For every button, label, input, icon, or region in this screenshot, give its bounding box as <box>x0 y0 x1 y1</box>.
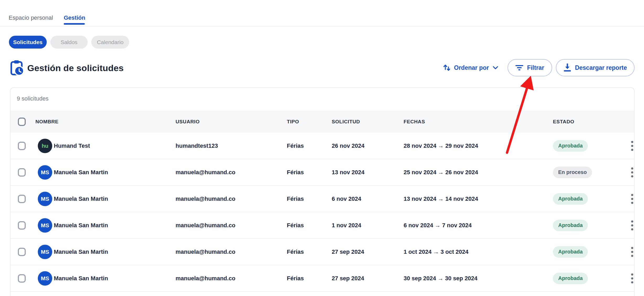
sort-by-dropdown[interactable]: Ordenar por <box>443 59 499 76</box>
download-report-button[interactable]: Descargar reporte <box>556 59 635 76</box>
page-title: Gestión de solicitudes <box>27 63 124 73</box>
table-row: MS Manuela San Martin manuela@humand.co … <box>10 265 634 292</box>
table-body: hu Humand Test humandtest123 Férias 26 n… <box>10 133 634 292</box>
avatar: MS <box>38 271 52 286</box>
tabs-divider <box>0 26 644 27</box>
cell-user: manuela@humand.co <box>176 222 235 229</box>
pill-solicitudes[interactable]: Solicitudes <box>9 36 47 49</box>
kebab-menu-icon[interactable] <box>629 193 636 205</box>
row-checkbox[interactable] <box>18 142 26 150</box>
status-badge: Aprobada <box>553 193 588 205</box>
cell-name: Manuela San Martin <box>54 169 108 176</box>
col-header-fechas: FECHAS <box>404 119 425 125</box>
active-tab-indicator <box>64 23 85 25</box>
cell-fechas: 25 nov 2024 → 26 nov 2024 <box>404 169 478 176</box>
filter-button[interactable]: Filtrar <box>508 59 552 76</box>
download-report-label: Descargar reporte <box>575 64 627 71</box>
cell-user: manuela@humand.co <box>176 195 235 202</box>
cell-user: manuela@humand.co <box>176 275 235 282</box>
status-badge: Aprobada <box>553 246 588 258</box>
cell-user: humandtest123 <box>176 142 218 149</box>
col-header-usuario: USUARIO <box>176 119 200 125</box>
table-row: MS Manuela San Martin manuela@humand.co … <box>10 212 634 239</box>
avatar: MS <box>38 218 52 232</box>
cell-solicitud: 1 nov 2024 <box>332 222 361 229</box>
col-header-estado: ESTADO <box>553 119 574 125</box>
table-header-row: NOMBRE USUARIO TIPO SOLICITUD FECHAS EST… <box>10 110 634 133</box>
avatar: hu <box>38 139 52 153</box>
row-checkbox[interactable] <box>18 221 26 230</box>
requests-card: 9 solicitudes NOMBRE USUARIO TIPO SOLICI… <box>10 87 635 296</box>
cell-name: Humand Test <box>54 142 90 149</box>
cell-user: manuela@humand.co <box>176 249 235 255</box>
tab-gestion[interactable]: Gestión <box>64 14 85 21</box>
avatar: MS <box>38 165 52 179</box>
avatar: MS <box>38 192 52 206</box>
col-header-nombre: NOMBRE <box>35 119 59 125</box>
cell-solicitud: 6 nov 2024 <box>332 195 361 202</box>
status-badge: Aprobada <box>553 273 588 284</box>
cell-fechas: 13 nov 2024 → 14 nov 2024 <box>404 195 478 202</box>
row-checkbox[interactable] <box>18 195 26 203</box>
table-row: MS Manuela San Martin manuela@humand.co … <box>10 186 634 212</box>
status-badge: Aprobada <box>553 220 588 231</box>
avatar: MS <box>38 245 52 259</box>
table-row: MS Manuela San Martin manuela@humand.co … <box>10 239 634 265</box>
filter-button-label: Filtrar <box>527 64 544 71</box>
request-count: 9 solicitudes <box>17 95 49 102</box>
cell-fechas: 28 nov 2024 → 29 nov 2024 <box>404 142 478 149</box>
col-header-tipo: TIPO <box>287 119 299 125</box>
row-checkbox[interactable] <box>18 168 26 177</box>
kebab-menu-icon[interactable] <box>629 273 636 284</box>
tab-espacio-personal[interactable]: Espacio personal <box>9 14 53 21</box>
select-all-checkbox[interactable] <box>18 118 26 126</box>
download-icon <box>563 64 571 72</box>
clipboard-clock-icon <box>10 60 24 76</box>
cell-tipo: Férias <box>287 222 304 229</box>
cell-solicitud: 27 sep 2024 <box>332 249 364 255</box>
cell-tipo: Férias <box>287 169 304 176</box>
row-checkbox[interactable] <box>18 274 26 283</box>
status-badge: Aprobada <box>553 140 588 152</box>
chevron-down-icon <box>492 64 499 71</box>
sort-arrows-icon <box>443 63 451 72</box>
cell-solicitud: 26 nov 2024 <box>332 142 365 149</box>
table-row: MS Manuela San Martin manuela@humand.co … <box>10 159 634 186</box>
cell-solicitud: 13 nov 2024 <box>332 169 365 176</box>
cell-tipo: Férias <box>287 195 304 202</box>
cell-name: Manuela San Martin <box>54 222 108 229</box>
pill-calendario[interactable]: Calendario <box>91 36 129 49</box>
status-badge: En proceso <box>553 167 592 178</box>
cell-solicitud: 27 sep 2024 <box>332 275 364 282</box>
table-row: hu Humand Test humandtest123 Férias 26 n… <box>10 133 634 159</box>
cell-name: Manuela San Martin <box>54 195 108 202</box>
kebab-menu-icon[interactable] <box>629 167 636 178</box>
col-header-solicitud: SOLICITUD <box>332 119 360 125</box>
cell-name: Manuela San Martin <box>54 249 108 255</box>
row-checkbox[interactable] <box>18 248 26 256</box>
filter-icon <box>515 64 523 71</box>
kebab-menu-icon[interactable] <box>629 246 636 258</box>
cell-user: manuela@humand.co <box>176 169 235 176</box>
cell-fechas: 1 oct 2024 → 3 oct 2024 <box>404 249 468 255</box>
kebab-menu-icon[interactable] <box>629 140 636 152</box>
kebab-menu-icon[interactable] <box>629 220 636 231</box>
pill-saldos[interactable]: Saldos <box>50 36 88 49</box>
cell-fechas: 6 nov 2024 → 7 nov 2024 <box>404 222 472 229</box>
cell-tipo: Férias <box>287 142 304 149</box>
cell-tipo: Férias <box>287 249 304 255</box>
cell-name: Manuela San Martin <box>54 275 108 282</box>
cell-fechas: 30 sep 2024 → 30 sep 2024 <box>404 275 477 282</box>
cell-tipo: Férias <box>287 275 304 282</box>
sort-by-label: Ordenar por <box>454 64 489 71</box>
